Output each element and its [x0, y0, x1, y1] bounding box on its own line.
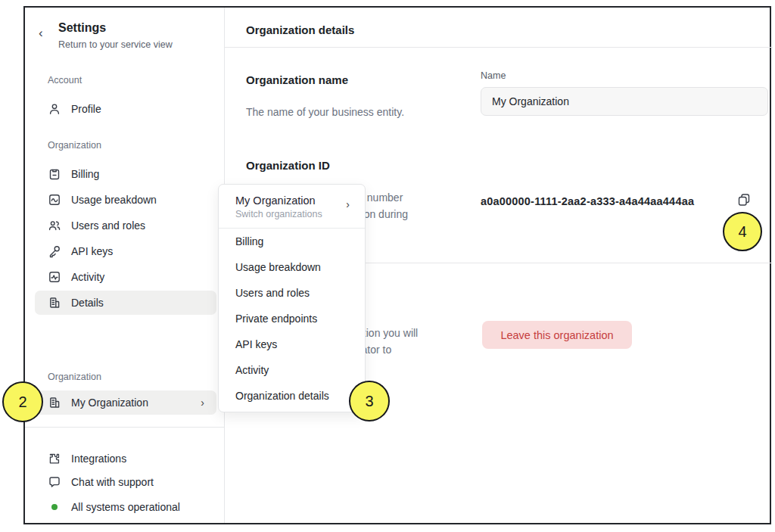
- organization-switcher-label: Organization: [48, 372, 101, 382]
- org-name-heading: Organization name: [246, 73, 348, 86]
- status-green-dot-icon: [51, 504, 58, 510]
- back-chevron-icon[interactable]: ‹: [39, 26, 43, 41]
- footer-item-label: Integrations: [71, 453, 126, 465]
- sidebar-item-usage-breakdown[interactable]: Usage breakdown: [35, 188, 216, 212]
- sidebar-item-profile[interactable]: Profile: [35, 97, 216, 121]
- sidebar-item-label: Activity: [71, 271, 104, 283]
- billing-icon: [48, 167, 61, 181]
- screenshot-canvas: ‹ Settings Return to your service view A…: [0, 0, 775, 532]
- organization-dropdown-menu: My Organization Switch organizations › B…: [218, 184, 366, 412]
- organization-id-value: a0a00000-1111-2aa2-a333-a4a44aa444aa: [481, 195, 694, 207]
- profile-icon: [48, 102, 61, 116]
- org-id-heading: Organization ID: [246, 159, 330, 172]
- page-title: Organization details: [246, 23, 354, 36]
- sidebar-item-api-keys[interactable]: API keys: [35, 239, 216, 263]
- sidebar-item-label: Billing: [71, 168, 99, 180]
- dropdown-item-private-endpoints[interactable]: Private endpoints: [219, 306, 365, 331]
- organization-building-icon: [48, 396, 61, 409]
- sidebar-item-label: Usage breakdown: [71, 194, 157, 206]
- footer-item-label: Chat with support: [71, 476, 154, 488]
- chevron-right-icon: ›: [201, 397, 204, 409]
- activity-icon: [48, 270, 61, 284]
- chat-bubble-icon: [48, 475, 61, 489]
- dropdown-item-organization-details[interactable]: Organization details: [219, 383, 365, 409]
- copy-icon[interactable]: [736, 192, 753, 209]
- users-icon: [48, 219, 61, 232]
- divider: [225, 47, 773, 48]
- dropdown-item-usage-breakdown[interactable]: Usage breakdown: [219, 254, 365, 280]
- dropdown-org-subtitle: Switch organizations: [235, 209, 353, 219]
- dropdown-org-name: My Organization: [235, 194, 353, 207]
- org-name-description: The name of your business entity.: [246, 104, 404, 120]
- sidebar-subtitle[interactable]: Return to your service view: [58, 39, 173, 50]
- account-section-label: Account: [48, 75, 82, 86]
- annotation-badge-4: 4: [723, 212, 762, 251]
- dropdown-item-activity[interactable]: Activity: [219, 357, 365, 383]
- dropdown-item-api-keys[interactable]: API keys: [219, 331, 365, 357]
- sidebar-item-label: Users and roles: [71, 219, 145, 232]
- settings-sidebar: ‹ Settings Return to your service view A…: [25, 8, 225, 523]
- annotation-badge-2: 2: [2, 381, 43, 422]
- status-label: All systems operational: [71, 501, 180, 513]
- sidebar-item-integrations[interactable]: Integrations: [35, 447, 216, 470]
- dropdown-header[interactable]: My Organization Switch organizations ›: [219, 185, 365, 228]
- leave-organization-button[interactable]: Leave this organization: [482, 321, 632, 349]
- system-status-link[interactable]: All systems operational: [35, 496, 216, 518]
- annotation-badge-3: 3: [349, 381, 390, 422]
- dropdown-item-billing[interactable]: Billing: [219, 229, 365, 254]
- key-icon: [48, 244, 61, 258]
- name-field-label: Name: [481, 70, 506, 81]
- sidebar-item-my-organization[interactable]: My Organization ›: [35, 390, 216, 415]
- sidebar-item-details[interactable]: Details: [35, 291, 216, 315]
- organization-section-label: Organization: [48, 140, 101, 151]
- sidebar-divider: [25, 427, 225, 428]
- usage-chart-icon: [48, 193, 61, 207]
- sidebar-item-chat-support[interactable]: Chat with support: [35, 471, 216, 493]
- dropdown-item-users-and-roles[interactable]: Users and roles: [219, 280, 365, 306]
- sidebar-item-users-and-roles[interactable]: Users and roles: [35, 213, 216, 238]
- sidebar-item-activity[interactable]: Activity: [35, 265, 216, 289]
- puzzle-icon: [48, 452, 61, 465]
- sidebar-item-billing[interactable]: Billing: [35, 162, 216, 186]
- sidebar-item-label: Profile: [71, 103, 101, 115]
- sidebar-item-label: API keys: [71, 245, 113, 257]
- chevron-right-icon[interactable]: ›: [346, 198, 350, 210]
- settings-window: ‹ Settings Return to your service view A…: [23, 6, 771, 524]
- organization-building-icon: [48, 296, 61, 310]
- organization-name-input[interactable]: [481, 87, 768, 116]
- sidebar-item-label: My Organization: [71, 397, 148, 409]
- sidebar-item-label: Details: [71, 297, 104, 309]
- sidebar-title: Settings: [58, 21, 106, 35]
